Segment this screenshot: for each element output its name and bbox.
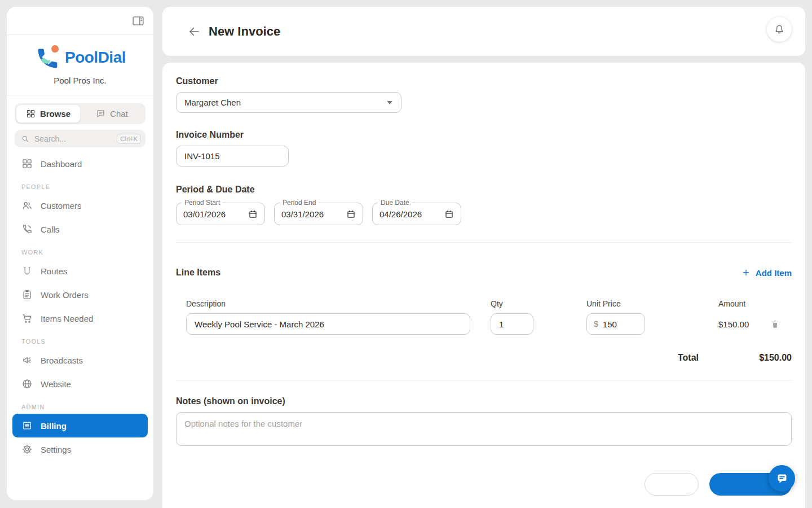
form-actions	[176, 473, 792, 496]
brand-block: PoolDial Pool Pros Inc.	[7, 35, 153, 95]
calendar-icon	[444, 209, 454, 219]
line-item-row: $ $150.00	[186, 313, 792, 335]
nav-label: Work Orders	[41, 290, 89, 300]
brand-name: PoolDial	[65, 49, 126, 67]
globe-icon	[21, 378, 33, 389]
tab-chat[interactable]: Chat	[80, 105, 144, 122]
sidebar-item-website[interactable]: Website	[12, 372, 148, 396]
calendar-icon	[346, 209, 356, 219]
due-date-input[interactable]: Due Date 04/26/2026	[372, 203, 461, 225]
item-unit-price-field[interactable]: $	[586, 313, 645, 335]
sidebar-item-work-orders[interactable]: Work Orders	[12, 283, 148, 306]
nav-label: Website	[41, 379, 71, 389]
notes-label: Notes (shown on invoice)	[176, 396, 792, 406]
plus-icon	[742, 268, 751, 277]
period-start-value: 03/01/2026	[183, 209, 226, 219]
nav-label: Calls	[41, 225, 59, 234]
route-icon	[21, 265, 33, 277]
sidebar-item-dashboard[interactable]: Dashboard	[12, 152, 148, 176]
period-start-label: Period Start	[182, 199, 223, 207]
invoice-number-input[interactable]	[176, 146, 289, 167]
currency-symbol: $	[594, 319, 598, 329]
chat-bubble-icon	[775, 472, 789, 485]
period-end-label: Period End	[280, 199, 319, 207]
section-divider	[176, 242, 792, 243]
nav-label: Broadcasts	[41, 356, 83, 365]
nav-section-people: PEOPLE	[12, 176, 148, 194]
period-end-input[interactable]: Period End 03/31/2026	[274, 203, 363, 225]
delete-item-button[interactable]	[770, 319, 780, 330]
sidebar: PoolDial Pool Pros Inc. Browse Chat	[7, 7, 153, 500]
notes-textarea[interactable]	[176, 412, 792, 446]
page-title: New Invoice	[209, 24, 280, 39]
calendar-icon	[248, 209, 258, 219]
period-start-input[interactable]: Period Start 03/01/2026	[176, 203, 265, 225]
line-items-table: Description Qty Unit Price Amount $	[186, 299, 792, 363]
shopping-cart-icon	[21, 313, 33, 324]
clipboard-icon	[21, 289, 33, 300]
sidebar-top-bar	[7, 7, 153, 35]
due-date-label: Due Date	[378, 199, 412, 207]
gear-icon	[21, 444, 33, 455]
chevron-down-icon	[386, 100, 393, 106]
sidebar-collapse-icon[interactable]	[131, 14, 145, 28]
back-arrow-icon[interactable]	[187, 25, 201, 38]
sidebar-item-settings[interactable]: Settings	[12, 437, 148, 461]
column-amount: Amount	[718, 299, 745, 308]
nav-section-work: WORK	[12, 241, 148, 259]
secondary-action-button[interactable]	[645, 473, 699, 496]
main-area: New Invoice Customer Margaret Chen Invoi…	[162, 7, 805, 508]
sidebar-item-broadcasts[interactable]: Broadcasts	[12, 348, 148, 372]
sidebar-item-customers[interactable]: Customers	[12, 194, 148, 217]
search-icon	[21, 134, 29, 143]
page-header: New Invoice	[162, 7, 805, 56]
company-name: Pool Pros Inc.	[12, 76, 148, 85]
sidebar-item-billing[interactable]: Billing	[12, 414, 148, 437]
dashboard-icon	[21, 158, 33, 169]
add-item-label: Add Item	[756, 268, 792, 278]
megaphone-icon	[21, 354, 33, 366]
notifications-button[interactable]	[767, 17, 792, 42]
line-items-title: Line Items	[176, 268, 220, 278]
total-value: $150.00	[699, 353, 792, 363]
nav-label: Routes	[41, 266, 68, 276]
tab-chat-label: Chat	[110, 109, 128, 119]
period-end-value: 03/31/2026	[281, 209, 324, 219]
sidebar-item-routes[interactable]: Routes	[12, 259, 148, 283]
browse-chat-toggle: Browse Chat	[15, 103, 145, 124]
trash-icon	[770, 319, 780, 330]
sidebar-item-calls[interactable]: Calls	[12, 217, 148, 241]
sidebar-item-items-needed[interactable]: Items Needed	[12, 306, 148, 330]
line-items-header-row: Description Qty Unit Price Amount	[186, 299, 792, 308]
add-item-button[interactable]: Add Item	[742, 268, 792, 278]
item-amount: $150.00	[718, 319, 749, 329]
period-section-label: Period & Due Date	[176, 185, 792, 195]
grid-icon	[26, 109, 36, 119]
receipt-icon	[21, 420, 33, 431]
nav-section-tools: TOOLS	[12, 330, 148, 348]
item-qty-input[interactable]	[491, 313, 533, 335]
item-unit-price-input[interactable]	[603, 319, 639, 329]
sidebar-nav: Dashboard PEOPLE Customers Calls WORK	[12, 152, 148, 461]
bell-icon	[774, 24, 785, 35]
column-description: Description	[186, 299, 470, 308]
section-divider	[176, 380, 792, 380]
customer-select-value: Margaret Chen	[184, 98, 241, 107]
nav-label: Customers	[41, 201, 82, 211]
chat-icon	[96, 109, 105, 119]
tab-browse[interactable]: Browse	[16, 105, 80, 122]
chat-fab-button[interactable]	[769, 465, 795, 492]
due-date-value: 04/26/2026	[379, 209, 422, 219]
total-row: Total $150.00	[186, 353, 792, 363]
search-input[interactable]: Search... Ctrl+K	[15, 130, 145, 147]
tab-browse-label: Browse	[40, 109, 70, 119]
column-unit-price: Unit Price	[586, 299, 645, 308]
customer-label: Customer	[176, 76, 792, 86]
customer-select[interactable]: Margaret Chen	[176, 92, 401, 113]
invoice-number-label: Invoice Number	[176, 130, 792, 140]
nav-section-admin: ADMIN	[12, 396, 148, 414]
item-description-input[interactable]	[186, 313, 470, 335]
pooldial-logo-icon	[34, 43, 63, 72]
phone-call-icon	[21, 224, 33, 235]
nav-label: Dashboard	[41, 159, 82, 169]
